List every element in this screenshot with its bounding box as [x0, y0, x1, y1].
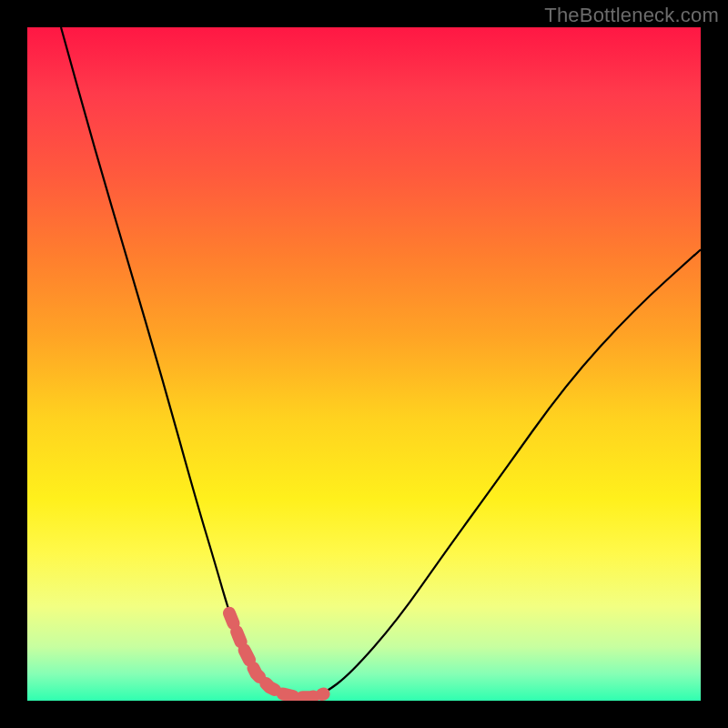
plot-area [27, 27, 701, 701]
bottleneck-curve-path [61, 27, 701, 697]
watermark-text: TheBottleneck.com [544, 4, 719, 27]
highlight-segment [229, 613, 324, 698]
chart-frame: TheBottleneck.com [0, 0, 728, 728]
curve-svg [27, 27, 701, 701]
